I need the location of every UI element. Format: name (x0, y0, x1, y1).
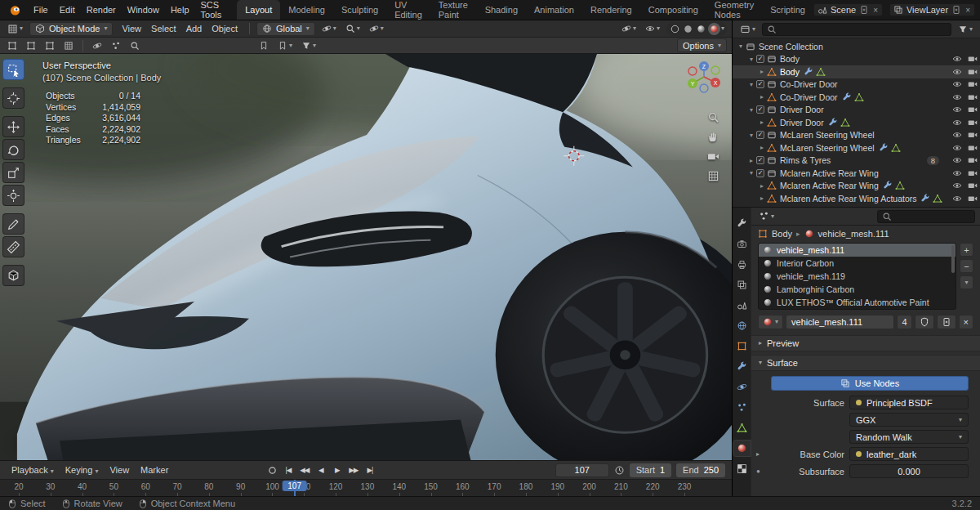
material-name-field[interactable]: vehicle_mesh.111 (786, 315, 894, 329)
workspace-tab-texture-paint[interactable]: Texture Paint (430, 0, 477, 20)
disable-render-icon[interactable] (968, 67, 978, 77)
users-count-button[interactable]: 4 (897, 315, 911, 329)
bookmark-button[interactable] (256, 40, 271, 51)
disclosure-icon[interactable]: ▸ (746, 157, 756, 164)
pan-hand-icon[interactable] (707, 131, 719, 143)
disable-render-icon[interactable] (968, 92, 978, 102)
toggle-grid-icon[interactable] (707, 170, 719, 182)
outliner-object-driver-door[interactable]: ▸Driver Door (733, 116, 980, 129)
outliner-search-input[interactable] (762, 23, 951, 36)
disclosure-icon[interactable]: ▾ (736, 42, 746, 50)
outliner-filter-button[interactable]: ▾ (956, 24, 975, 35)
menubar-item-render[interactable]: Render (81, 0, 122, 20)
expand-icon[interactable]: ▸ (756, 450, 766, 458)
jump-start-button[interactable]: |◀ (280, 463, 296, 476)
outliner-collection-co-driver-door[interactable]: ▾✓Co-Driver Door (733, 78, 980, 92)
outliner-object-body[interactable]: ▸Body (733, 65, 980, 78)
outliner-collection-body[interactable]: ▾✓Body (733, 53, 980, 66)
fake-user-button[interactable] (915, 315, 934, 329)
disable-render-icon[interactable] (968, 130, 978, 140)
properties-search-input[interactable] (877, 210, 975, 223)
panel-surface-header[interactable]: ▾ Surface (751, 355, 980, 371)
outliner-collection-driver-door[interactable]: ▾✓Driver Door (733, 104, 980, 117)
unlink-material-button[interactable]: × (959, 315, 973, 329)
tool-annotate[interactable] (2, 213, 24, 235)
workspace-tab-modeling[interactable]: Modeling (280, 0, 333, 20)
navigation-gizmo[interactable]: Z X Y (684, 60, 724, 101)
workspace-tab-layout[interactable]: Layout (237, 0, 280, 20)
shading-rendered-button[interactable] (708, 23, 720, 35)
mode-dropdown[interactable]: Object Mode▾ (29, 22, 113, 36)
base-color-button[interactable]: leather_dark (849, 447, 969, 461)
viewport-menu-add[interactable]: Add (181, 23, 207, 34)
collection-checkbox[interactable]: ✓ (756, 55, 764, 63)
hide-viewport-icon[interactable] (952, 168, 962, 178)
hide-viewport-icon[interactable] (952, 130, 962, 140)
auto-keying-toggle[interactable] (265, 463, 279, 476)
view-options-button[interactable] (109, 40, 123, 51)
snap-options-button[interactable] (90, 40, 105, 51)
properties-tab-particles[interactable] (733, 400, 751, 415)
breadcrumb-data[interactable]: vehicle_mesh.111 (818, 229, 889, 239)
timeline-ruler[interactable]: 2030405060708090100110120130140150160170… (0, 479, 732, 496)
disclosure-icon[interactable]: ▾ (746, 132, 756, 139)
use-nodes-button[interactable]: Use Nodes (771, 376, 969, 391)
surface-shader-button[interactable]: Principled BSDF (849, 396, 969, 409)
show-overlays-toggle[interactable]: ▾ (643, 23, 662, 34)
workspace-tab-sculpting[interactable]: Sculpting (333, 0, 386, 20)
shading-material-button[interactable] (695, 23, 707, 35)
properties-tab-output[interactable] (733, 257, 751, 272)
prev-key-button[interactable]: ◀◀ (296, 463, 312, 476)
add-slot-button[interactable]: + (960, 243, 973, 257)
workspace-tab-animation[interactable]: Animation (526, 0, 582, 20)
properties-tab-object[interactable] (733, 338, 751, 354)
disable-render-icon[interactable] (968, 79, 978, 89)
browse-material-button[interactable]: ▾ (758, 315, 783, 329)
collection-checkbox[interactable]: ✓ (756, 169, 764, 177)
material-slot[interactable]: vehicle_mesh.111 (759, 244, 956, 257)
subsurface-method-dropdown[interactable]: Random Walk▾ (849, 430, 969, 444)
orientation-dropdown[interactable]: Global▾ (256, 22, 315, 36)
remove-slot-button[interactable]: − (960, 259, 973, 273)
disable-render-icon[interactable] (968, 143, 978, 153)
properties-tab-physics[interactable] (733, 379, 751, 395)
viewport-menu-object[interactable]: Object (207, 23, 243, 34)
material-slot[interactable]: vehicle_mesh.119 (759, 270, 956, 283)
tool-select-box[interactable] (2, 59, 24, 80)
disable-render-icon[interactable] (968, 155, 978, 165)
collection-checkbox[interactable]: ✓ (756, 156, 764, 164)
options-dropdown[interactable]: Options▾ (677, 38, 727, 52)
blender-logo-icon[interactable] (3, 4, 27, 16)
close-scene-icon[interactable]: × (872, 6, 879, 15)
material-slot[interactable]: LUX ETHOS™ Official Automotive Paint (759, 296, 956, 309)
outliner-editor-type-button[interactable]: ▾ (737, 23, 758, 35)
outliner-collection-mclaren-steering-wheel[interactable]: ▾✓McLaren Steering Wheel (733, 129, 980, 142)
breadcrumb-object[interactable]: Body (772, 229, 792, 239)
gizmo-rotate-toggle[interactable] (24, 40, 38, 51)
menubar-item-file[interactable]: File (28, 0, 54, 20)
disable-render-icon[interactable] (968, 54, 978, 64)
timeline-menu-playback[interactable]: Playback ▾ (7, 464, 59, 476)
search-button[interactable] (127, 40, 142, 51)
show-gizmo-toggle[interactable]: ▾ (619, 23, 639, 34)
disable-render-icon[interactable] (968, 118, 978, 128)
workspace-tab-geometry-nodes[interactable]: Geometry Nodes (706, 0, 762, 20)
outliner-object-mclaren-steering-wheel[interactable]: ▸McLaren Steering Wheel (733, 141, 980, 154)
disclosure-icon[interactable]: ▸ (757, 182, 767, 190)
zoom-icon[interactable] (707, 111, 719, 123)
new-material-button[interactable] (937, 315, 956, 329)
properties-editor-type-button[interactable]: ▾ (756, 210, 777, 222)
tool-add-cube[interactable] (2, 265, 24, 286)
properties-tab-viewlayer[interactable] (733, 277, 751, 293)
hide-viewport-icon[interactable] (952, 143, 962, 153)
tool-measure[interactable] (2, 236, 24, 257)
slot-list-scrollbar[interactable] (951, 245, 955, 273)
properties-tab-tool[interactable] (733, 216, 751, 231)
timeline-menu-view[interactable]: View (105, 464, 134, 476)
pivot-point-button[interactable]: ▾ (319, 23, 339, 34)
disclosure-icon[interactable]: ▸ (757, 119, 767, 126)
disclosure-icon[interactable]: ▸ (757, 93, 767, 101)
collection-checkbox[interactable]: ✓ (756, 105, 764, 114)
disclosure-icon[interactable]: ▾ (746, 169, 756, 177)
properties-tab-render[interactable] (733, 236, 751, 252)
